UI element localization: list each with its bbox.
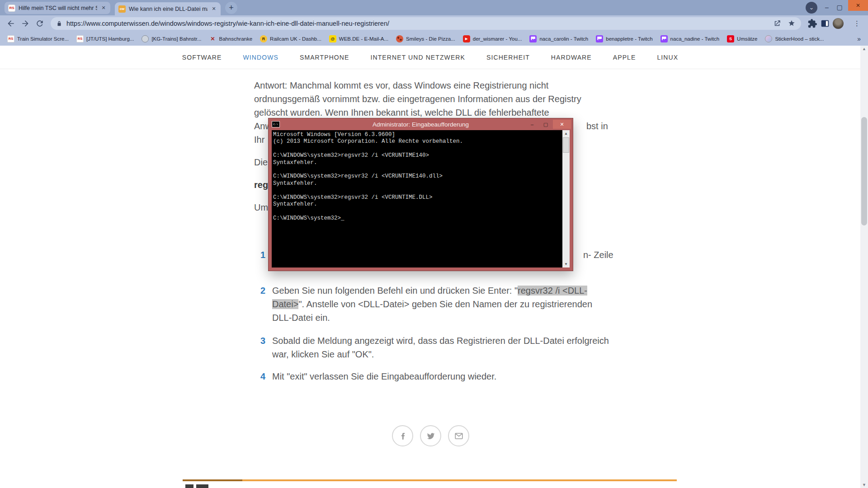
nav-item-linux[interactable]: LINUX xyxy=(657,54,678,61)
sticker-favicon-icon xyxy=(765,35,772,42)
padlock-icon[interactable] xyxy=(56,20,62,27)
tab-title: Wie kann ich eine DLL-Datei man xyxy=(129,6,208,12)
bookmark-label: Smileys - Die Pizza... xyxy=(406,36,455,42)
reload-icon[interactable] xyxy=(35,19,44,28)
tab-title: Hilfe mein TSC will nicht mehr Sta xyxy=(19,5,97,11)
forward-icon[interactable] xyxy=(21,19,30,28)
extensions-puzzle-icon[interactable] xyxy=(807,19,817,28)
bookmark-label: der_wismarer - You... xyxy=(473,36,522,42)
bookmark-label: [KG-Trains] Bahnstr... xyxy=(151,36,201,42)
terminal-scroll-down-icon[interactable]: ▼ xyxy=(562,261,570,267)
list-number-2: 2 xyxy=(260,284,272,324)
terminal-line: C:\WINDOWS\system32>regsvr32 /i <VCRUNTI… xyxy=(273,194,561,201)
terminal-line xyxy=(273,145,561,152)
bookmark-label: Railcam UK - Dashb... xyxy=(270,36,321,42)
page-scrollbar[interactable]: ▲ ▼ xyxy=(860,46,868,488)
cmd-minimize-button[interactable]: – xyxy=(526,120,538,129)
terminal-scrollbar-thumb[interactable] xyxy=(563,137,569,153)
url-text[interactable]: https://www.computerwissen.de/windows/wi… xyxy=(66,20,767,27)
list-number-1: 1 xyxy=(260,248,265,262)
scrollbar-thumb[interactable] xyxy=(861,117,867,225)
article-paragraph: Antwort: Manchmal kommt es vor, dass Win… xyxy=(254,79,581,119)
site-navigation: SOFTWARE WINDOWS SMARTPHONE INTERNET UND… xyxy=(0,46,860,69)
cmd-titlebar[interactable]: C:\ Administrator: Eingabeaufforderung –… xyxy=(269,118,573,130)
text-segment: ". Anstelle von <DLL-Datei> geben Sie de… xyxy=(272,299,592,323)
terminal-line: Syntaxfehler. xyxy=(273,201,561,208)
window-maximize-button[interactable]: ▢ xyxy=(835,3,844,12)
bookmark-item[interactable]: [KG-Trains] Bahnstr... xyxy=(142,35,201,42)
bookmark-item[interactable]: @WEB.DE - E-Mail-A... xyxy=(329,35,388,42)
scroll-up-icon[interactable]: ▲ xyxy=(860,47,868,51)
browser-tab-2-active[interactable]: cw Wie kann ich eine DLL-Datei man ✕ xyxy=(115,2,221,15)
nav-item-hardware[interactable]: HARDWARE xyxy=(551,54,592,61)
terminal-line xyxy=(273,166,561,173)
cutoff-text-fragment xyxy=(185,484,193,488)
share-twitter-button[interactable] xyxy=(420,425,441,446)
nav-item-windows[interactable]: WINDOWS xyxy=(243,54,278,61)
bookmark-label: naca_nadine - Twitch xyxy=(670,36,719,42)
bookmark-label: [JT/UTS] Hamburg... xyxy=(86,36,134,42)
share-email-button[interactable] xyxy=(448,425,469,446)
pizza-favicon-icon xyxy=(396,35,403,42)
terminal-prompt-line: C:\WINDOWS\system32>_ xyxy=(273,215,561,222)
bookmark-item[interactable]: RRailcam UK - Dashb... xyxy=(260,35,321,42)
window-minimize-button[interactable]: – xyxy=(822,3,832,12)
webde-favicon-icon: @ xyxy=(329,35,336,42)
paragraph-line: Antwort: Manchmal kommt es vor, dass Win… xyxy=(254,79,581,92)
share-facebook-button[interactable] xyxy=(392,425,413,446)
text-fragment: Um xyxy=(254,201,268,214)
bookmark-star-icon[interactable] xyxy=(788,19,796,28)
rs-favicon-icon: RS xyxy=(7,35,14,42)
crossing-favicon-icon: ✕ xyxy=(209,35,217,42)
nav-item-internet[interactable]: INTERNET UND NETZWERK xyxy=(371,54,466,61)
window-close-button[interactable]: ✕ xyxy=(848,0,868,11)
bookmark-item[interactable]: naca_carolin - Twitch xyxy=(529,35,588,42)
browser-menu-icon[interactable]: ⋮ xyxy=(854,19,860,28)
nav-item-smartphone[interactable]: SMARTPHONE xyxy=(300,54,349,61)
list-item-2: 2 Geben Sie nun folgenden Befehl ein und… xyxy=(260,284,613,324)
bookmark-label: StickerHood – stick... xyxy=(775,36,824,42)
bookmark-item[interactable]: RSTrain Simulator Scre... xyxy=(7,35,69,42)
browser-tab-1[interactable]: RS Hilfe mein TSC will nicht mehr Sta ✕ xyxy=(5,2,110,14)
bookmarks-overflow-chevron-icon[interactable]: » xyxy=(857,35,861,42)
bookmark-label: Train Simulator Scre... xyxy=(17,36,69,42)
text-fragment: bst in xyxy=(586,119,608,133)
nav-item-apple[interactable]: APPLE xyxy=(613,54,636,61)
bookmark-label: WEB.DE - E-Mail-A... xyxy=(339,36,388,42)
bookmark-item[interactable]: StickerHood – stick... xyxy=(765,35,824,42)
back-icon[interactable] xyxy=(6,19,15,28)
text-fragment: Die xyxy=(254,155,268,169)
scroll-down-icon[interactable]: ▼ xyxy=(860,483,868,487)
nav-item-sicherheit[interactable]: SICHERHEIT xyxy=(486,54,530,61)
terminal-scroll-up-icon[interactable]: ▲ xyxy=(562,130,570,137)
section-divider-orange xyxy=(183,479,677,481)
share-icon[interactable] xyxy=(773,19,781,28)
tab-close-icon[interactable]: ✕ xyxy=(211,6,217,12)
paragraph-line: gelöscht wurden. Wenn Ihnen bekannt ist,… xyxy=(254,106,581,119)
cmd-window[interactable]: C:\ Administrator: Eingabeaufforderung –… xyxy=(268,118,573,271)
cmd-terminal[interactable]: Microsoft Windows [Version 6.3.9600] (c)… xyxy=(272,130,570,267)
address-bar[interactable]: https://www.computerwissen.de/windows/wi… xyxy=(51,17,801,30)
tab-close-icon[interactable]: ✕ xyxy=(100,5,107,11)
tab-strip: RS Hilfe mein TSC will nicht mehr Sta ✕ … xyxy=(0,0,868,15)
side-panel-icon[interactable] xyxy=(820,19,830,28)
bookmark-item[interactable]: SUmsätze xyxy=(727,35,757,42)
bookmark-item[interactable]: RS[JT/UTS] Hamburg... xyxy=(76,35,134,42)
cmd-close-button[interactable]: ✕ xyxy=(553,120,571,129)
new-tab-button[interactable]: + xyxy=(225,2,237,14)
nav-item-software[interactable]: SOFTWARE xyxy=(182,54,222,61)
bookmark-item[interactable]: naca_nadine - Twitch xyxy=(660,35,719,42)
twitch-favicon-icon xyxy=(529,35,537,42)
terminal-line: (c) 2013 Microsoft Corporation. Alle Rec… xyxy=(273,138,561,145)
bookmark-item[interactable]: ▶der_wismarer - You... xyxy=(463,35,522,42)
bookmark-item[interactable]: ✕Bahnschranke xyxy=(209,35,253,42)
text-fragment-bold-command: reg xyxy=(254,178,268,192)
bookmark-item[interactable]: Smileys - Die Pizza... xyxy=(396,35,455,42)
cmd-app-icon: C:\ xyxy=(272,121,280,127)
cmd-maximize-button[interactable]: ▢ xyxy=(539,120,552,129)
terminal-scrollbar[interactable]: ▲ ▼ xyxy=(562,130,570,267)
bookmark-item[interactable]: benappletre - Twitch xyxy=(596,35,652,42)
tab-search-chevron-icon[interactable]: ⌄ xyxy=(806,2,817,14)
profile-avatar[interactable] xyxy=(833,18,844,29)
list-text: Mit "exit" verlassen Sie die Eingabeauff… xyxy=(272,370,613,383)
